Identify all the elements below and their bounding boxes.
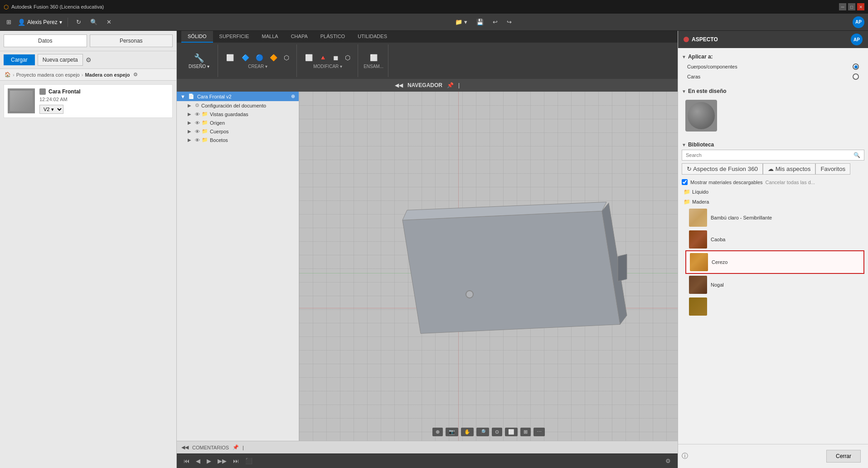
ribbon-tab-plastico[interactable]: PLÁSTICO (314, 31, 351, 43)
save-button[interactable]: 💾 (474, 17, 486, 27)
tab-datos[interactable]: Datos (4, 34, 87, 47)
lib-tab-fusion[interactable]: ↻ Aspectos de Fusion 360 (682, 163, 763, 175)
vp-display-button[interactable]: ⬜ (505, 428, 518, 436)
vp-grid-button[interactable]: ⊞ (520, 428, 531, 436)
vp-camera-button[interactable]: 📷 (446, 428, 458, 436)
cerrar-button[interactable]: Cerrar (826, 450, 861, 463)
breadcrumb-home-icon[interactable]: 🏠 (5, 72, 11, 78)
material-nogal[interactable]: Nogal (685, 274, 864, 296)
vp-fit-button[interactable]: ⊙ (492, 428, 502, 436)
navigator-label: NAVEGADOR (407, 82, 442, 88)
next-frame-button[interactable]: ▶▶ (215, 456, 229, 466)
crear-more-button[interactable]: ⬡ (281, 53, 292, 62)
vp-settings-button[interactable]: ⋯ (533, 428, 545, 436)
folder-button[interactable]: 📁 ▾ (452, 17, 470, 27)
search-submit-button[interactable]: 🔍 (850, 150, 864, 160)
vp-navigate-button[interactable]: ⊕ (432, 428, 443, 436)
ribbon-tab-superficie[interactable]: SUPERFICIE (213, 31, 256, 43)
settings-gear-button[interactable]: ⚙ (86, 56, 92, 63)
ribbon-group-diseno: 🔧 DISEÑO ▾ (180, 44, 218, 77)
nav-item-cuerpos[interactable]: ▶ 👁 📁 Cuerpos (177, 127, 299, 136)
grid-menu-button[interactable]: ⊞ (4, 17, 14, 27)
modificar-1-button[interactable]: ⬜ (302, 53, 315, 62)
apply-to-header[interactable]: ▼ Aplicar a: (682, 52, 864, 62)
redo-button[interactable]: ↪ (504, 17, 514, 27)
last-frame-button[interactable]: ⏭ (231, 456, 241, 466)
close-panel-button[interactable]: ✕ (104, 17, 114, 27)
ribbon-tab-malla[interactable]: MALLA (256, 31, 285, 43)
comments-sep: | (242, 445, 244, 450)
vp-pan-button[interactable]: ✋ (461, 428, 474, 436)
refresh-button[interactable]: ↻ (73, 17, 84, 27)
comments-toggle-icon[interactable]: ◀◀ (181, 444, 189, 450)
material-cerezo[interactable]: Cerezo (685, 250, 864, 274)
material-bambu[interactable]: Bambú claro - Semibrillante (685, 207, 864, 229)
diseno-button[interactable]: 🔧 DISEÑO ▾ (185, 51, 213, 71)
titlebar-controls[interactable]: ─ □ ✕ (839, 3, 864, 10)
nav-sync-icon[interactable]: ⊕ (291, 93, 295, 99)
undo-button[interactable]: ↩ (490, 17, 500, 27)
modificar-2-button[interactable]: 🔺 (316, 53, 330, 62)
lib-tab-mis[interactable]: ☁ Mis aspectos (763, 163, 815, 175)
nav-item-config[interactable]: ▶ ⚙ Configuración del documento (177, 101, 299, 110)
nav-item-origen[interactable]: ▶ 👁 📁 Origen (177, 118, 299, 127)
nav-item-vistas[interactable]: ▶ 👁 📁 Vistas guardadas (177, 110, 299, 118)
minimize-button[interactable]: ─ (839, 3, 846, 10)
right-panel-avatar[interactable]: AP (851, 34, 863, 45)
ensam-1-button[interactable]: ⬜ (367, 53, 380, 62)
comments-pin-icon[interactable]: 📌 (233, 444, 239, 450)
category-madera[interactable]: 📁 Madera (682, 197, 864, 207)
apply-cuerpos-radio[interactable] (853, 63, 859, 70)
library-section-header[interactable]: ▼ Biblioteca (682, 140, 864, 150)
crear-loft-button[interactable]: 🔶 (267, 53, 280, 62)
lib-refresh-icon: ↻ (687, 166, 692, 172)
close-button[interactable]: ✕ (857, 3, 864, 10)
crear-sweep-button[interactable]: 🔵 (253, 53, 266, 62)
cancelar-link[interactable]: Cancelar todas las d... (766, 180, 815, 185)
record-button[interactable]: ⬛ (243, 456, 255, 466)
apply-cuerpos-row: Cuerpos/componentes (682, 62, 864, 72)
user-info[interactable]: 👤 Alexis Perez ▾ (18, 19, 62, 26)
downloadable-checkbox[interactable] (682, 179, 688, 185)
nav-toggle-icon[interactable]: ◀◀ (395, 82, 403, 88)
nueva-carpeta-button[interactable]: Nueva carpeta (38, 54, 83, 66)
ribbon-tab-solido[interactable]: SÓLIDO (181, 31, 213, 43)
info-icon[interactable]: ⓘ (682, 452, 688, 460)
search-input[interactable] (682, 150, 850, 160)
file-name-label: Cara Frontal (48, 88, 81, 95)
maximize-button[interactable]: □ (848, 3, 855, 10)
apply-caras-radio[interactable] (853, 73, 859, 80)
crear-revolve-button[interactable]: 🔷 (239, 53, 252, 62)
nav-root-item[interactable]: ▼ 📄 Cara Frontal v2 ⊕ (177, 92, 299, 101)
modificar-4-button[interactable]: ⬡ (342, 53, 353, 62)
cargar-button[interactable]: Cargar (4, 54, 35, 65)
first-frame-button[interactable]: ⏮ (181, 456, 192, 466)
ribbon-group-ensamble: ⬜ ENSAM... (359, 44, 388, 77)
design-section-header[interactable]: ▼ En este diseño (682, 86, 864, 96)
play-button[interactable]: ▶ (204, 456, 213, 466)
apply-to-label: Aplicar a: (688, 54, 713, 60)
vp-zoom-button[interactable]: 🔎 (476, 428, 489, 436)
ribbon-tab-chapa[interactable]: CHAPA (285, 31, 314, 43)
breadcrumb-project[interactable]: Proyecto madera con espejo (16, 72, 80, 78)
current-material-preview[interactable] (685, 100, 717, 132)
footer-settings-button[interactable]: ⚙ (663, 456, 673, 466)
ribbon-tab-utilidades[interactable]: UTILIDADES (351, 31, 393, 43)
tab-personas[interactable]: Personas (90, 34, 173, 47)
version-select[interactable]: V2 ▾ (39, 105, 63, 114)
breadcrumb-settings-icon[interactable]: ⚙ (133, 72, 138, 78)
category-liquido[interactable]: 📁 Líquido (682, 187, 864, 197)
modificar-3-button[interactable]: ◼ (330, 53, 341, 62)
crear-extruir-button[interactable]: ⬜ (223, 53, 238, 62)
lib-tab-favoritos[interactable]: Favoritos (815, 163, 850, 175)
nav-folder-bocetos-icon: 📁 (202, 137, 208, 143)
prev-frame-button[interactable]: ◀ (194, 456, 203, 466)
nav-item-bocetos[interactable]: ▶ 👁 📁 Bocetos (177, 136, 299, 144)
search-button[interactable]: 🔍 (87, 17, 100, 27)
material-partial[interactable] (685, 296, 864, 317)
nav-pin-icon[interactable]: 📌 (447, 82, 454, 88)
material-caoba[interactable]: Caoba (685, 229, 864, 250)
user-avatar[interactable]: AP (853, 16, 864, 28)
viewport-canvas[interactable]: ⊕ 📷 ✋ 🔎 ⊙ ⬜ ⊞ ⋯ (299, 92, 678, 441)
titlebar: ⬡ Autodesk Fusion 360 (Licencia educativ… (0, 0, 868, 14)
